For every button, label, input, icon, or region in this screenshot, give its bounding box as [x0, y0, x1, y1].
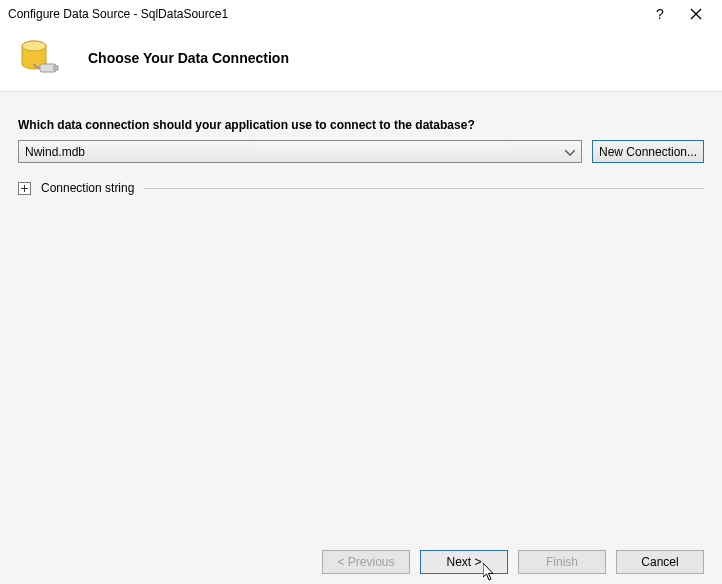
window-title: Configure Data Source - SqlDataSource1	[8, 7, 642, 21]
wizard-heading: Choose Your Data Connection	[88, 50, 289, 66]
plus-icon	[20, 184, 29, 193]
wizard-footer: < Previous Next > Finish Cancel	[0, 540, 722, 584]
titlebar: Configure Data Source - SqlDataSource1 ?	[0, 0, 722, 28]
cursor-icon	[483, 563, 497, 581]
connection-string-label: Connection string	[41, 181, 134, 195]
close-button[interactable]	[678, 2, 714, 26]
divider	[144, 188, 704, 189]
connection-string-row: Connection string	[18, 181, 704, 195]
previous-label: < Previous	[337, 555, 394, 569]
connection-question: Which data connection should your applic…	[18, 118, 704, 132]
close-icon	[690, 8, 702, 20]
finish-label: Finish	[546, 555, 578, 569]
database-icon	[18, 36, 62, 80]
wizard-body: Which data connection should your applic…	[0, 92, 722, 540]
connection-select[interactable]: Nwind.mdb	[18, 140, 582, 163]
cancel-button[interactable]: Cancel	[616, 550, 704, 574]
new-connection-button[interactable]: New Connection...	[592, 140, 704, 163]
next-label: Next >	[446, 555, 481, 569]
svg-point-1	[22, 41, 46, 51]
wizard-header: Choose Your Data Connection	[0, 28, 722, 92]
next-button[interactable]: Next >	[420, 550, 508, 574]
connection-select-value: Nwind.mdb	[25, 145, 85, 159]
expand-connection-string-button[interactable]	[18, 182, 31, 195]
previous-button: < Previous	[322, 550, 410, 574]
help-button[interactable]: ?	[642, 2, 678, 26]
chevron-down-icon	[565, 145, 575, 159]
connection-row: Nwind.mdb New Connection...	[18, 140, 704, 163]
new-connection-label: New Connection...	[599, 145, 697, 159]
cancel-label: Cancel	[641, 555, 678, 569]
svg-rect-3	[54, 66, 58, 70]
finish-button: Finish	[518, 550, 606, 574]
